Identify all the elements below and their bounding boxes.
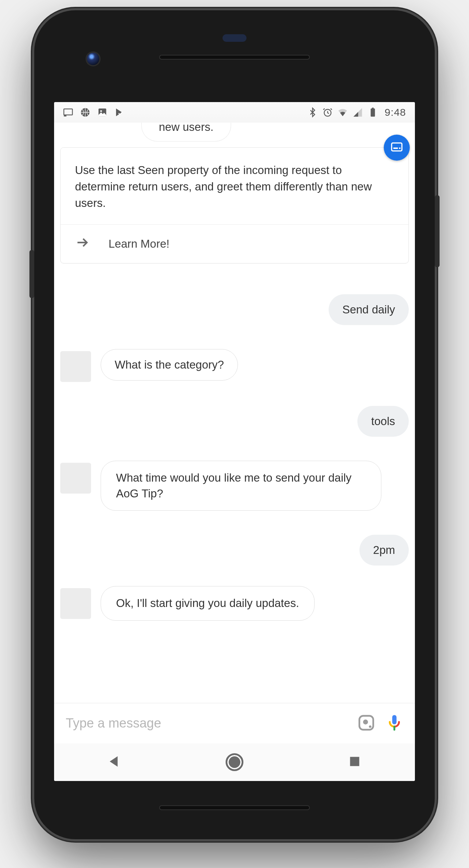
home-button[interactable] [224,752,245,772]
playstore-check-icon [114,107,125,117]
system-nav-bar [54,743,415,781]
volume-button [29,250,34,298]
svg-rect-6 [372,108,373,109]
card-action-label: Learn More! [109,237,169,250]
recents-button[interactable] [344,752,365,772]
cell-signal-icon [353,107,363,117]
lens-icon [357,714,376,733]
card-badge [384,135,410,161]
home-icon [226,753,243,771]
svg-rect-8 [393,148,398,149]
status-clock: 9:48 [385,107,406,118]
recents-icon [347,754,363,771]
proximity-sensor [223,34,246,42]
status-right-icons: 9:48 [307,107,406,118]
previous-message-peek: new users. [141,123,231,141]
svg-point-3 [100,110,102,112]
svg-rect-7 [392,143,402,151]
lens-button[interactable] [356,713,377,734]
mic-icon [385,714,404,733]
phone-frame: 9:48 new users. Use the last Seen proper… [34,10,435,839]
back-icon [106,754,122,771]
assistant-avatar [60,351,91,382]
bluetooth-icon [307,107,318,117]
svg-rect-9 [399,148,401,149]
earpiece-speaker [159,55,310,60]
user-message[interactable]: 2pm [359,535,409,566]
back-button[interactable] [104,752,125,772]
message-input[interactable] [66,716,348,731]
screen: 9:48 new users. Use the last Seen proper… [54,102,415,781]
assistant-message[interactable]: What time would you like me to send your… [101,461,381,511]
svg-rect-0 [64,109,73,115]
assistant-avatar [60,463,91,494]
tip-card: Use the last Seen property of the incomi… [60,147,409,263]
arrow-right-icon [75,235,90,253]
svg-rect-14 [350,757,359,766]
user-message[interactable]: tools [357,406,409,437]
svg-rect-13 [392,715,397,724]
card-body-text: Use the last Seen property of the incomi… [61,148,408,224]
svg-rect-5 [370,109,375,117]
basketball-icon [80,107,90,117]
svg-point-12 [369,725,371,728]
cast-icon [63,107,73,117]
subtitles-icon [390,140,404,155]
user-message[interactable]: Send daily [329,294,409,325]
assistant-avatar [60,588,91,619]
assistant-message[interactable]: Ok, I'll start giving you daily updates. [101,586,315,620]
bottom-speaker [159,805,310,810]
assistant-message[interactable]: What is the category? [101,349,238,381]
status-bar: 9:48 [54,102,415,123]
power-button [435,195,440,267]
chat-scroll-area[interactable]: new users. Use the last Seen property of… [54,123,415,703]
image-icon [97,107,107,117]
front-camera [86,51,101,66]
status-left-icons [63,107,125,117]
wifi-icon [338,107,348,117]
battery-icon [368,107,378,117]
mic-button[interactable] [384,713,405,734]
card-learn-more-button[interactable]: Learn More! [61,224,408,263]
svg-point-11 [363,719,368,724]
alarm-icon [322,107,333,117]
message-input-bar [54,703,415,743]
